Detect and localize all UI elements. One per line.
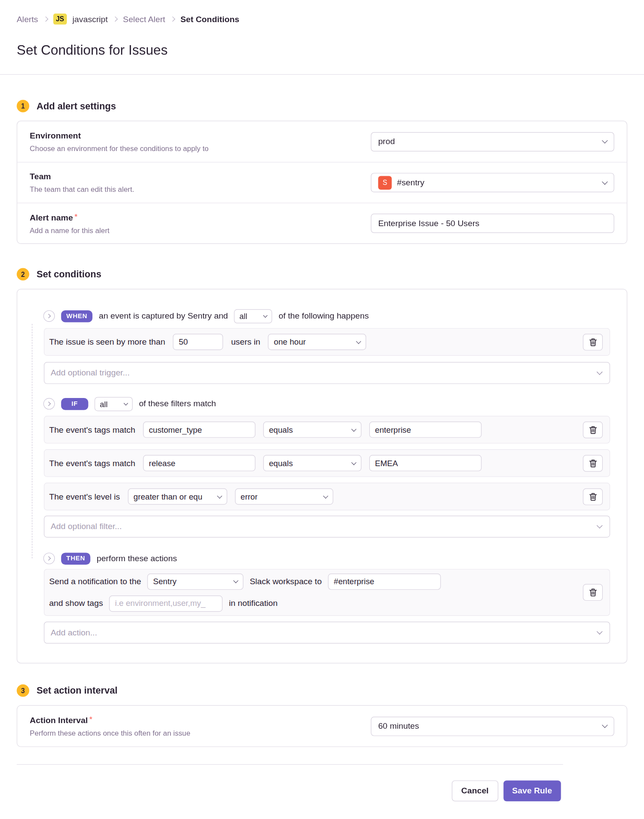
team-label-block: Team The team that can edit this alert.: [30, 172, 135, 193]
environment-label: Environment: [30, 131, 209, 140]
chevron-down-icon: [597, 628, 603, 635]
breadcrumb: Alerts JS javascript Select Alert Set Co…: [0, 0, 644, 25]
chevron-down-icon: [602, 138, 608, 144]
filter-value-input[interactable]: [369, 421, 482, 437]
add-optional-trigger[interactable]: Add optional trigger...: [44, 362, 610, 384]
action-interval-value: 60 minutes: [378, 721, 419, 731]
filter-row-tags-2: The event's tags match equals: [44, 449, 610, 477]
trigger-text-before: The issue is seen by more than: [49, 337, 165, 347]
then-badge: THEN: [61, 553, 90, 565]
if-match-value: all: [100, 399, 108, 408]
step-connector-line: [32, 324, 32, 558]
environment-select[interactable]: prod: [371, 132, 614, 151]
chevron-down-icon: [124, 401, 128, 405]
breadcrumb-current: Set Conditions: [181, 14, 240, 24]
trash-icon: [589, 492, 597, 500]
filter-key-input[interactable]: [143, 455, 256, 471]
trigger-count-input[interactable]: [173, 334, 223, 350]
environment-select-value: prod: [378, 137, 395, 146]
team-select-value: #sentry: [397, 178, 424, 187]
team-select[interactable]: S #sentry: [371, 173, 614, 192]
step-number-badge: 1: [17, 100, 30, 112]
chevron-right-icon: [113, 16, 118, 22]
chevron-down-icon: [602, 722, 608, 728]
chevron-down-icon: [351, 426, 356, 431]
section-title: Add alert settings: [36, 101, 116, 112]
alert-name-input[interactable]: [371, 214, 614, 233]
action-row: Send a notification to the Sentry Slack …: [44, 569, 610, 616]
level-value: error: [240, 492, 257, 501]
add-action[interactable]: Add action...: [44, 622, 610, 644]
chevron-right-circle-icon[interactable]: [43, 310, 55, 322]
channel-input[interactable]: [328, 573, 441, 589]
chevron-down-icon: [602, 178, 608, 184]
breadcrumb-select-alert[interactable]: Select Alert: [123, 14, 165, 24]
chevron-right-circle-icon[interactable]: [43, 398, 55, 409]
when-text-after: of the following happens: [279, 311, 369, 321]
breadcrumb-alerts[interactable]: Alerts: [17, 14, 38, 24]
filter-label: The event's tags match: [49, 458, 135, 468]
filter-key-input[interactable]: [143, 421, 256, 437]
then-header: THEN perform these actions: [34, 551, 610, 566]
when-match-select[interactable]: all: [234, 309, 273, 323]
tags-input[interactable]: [109, 595, 223, 611]
chevron-down-icon: [356, 339, 361, 344]
team-description: The team that can edit this alert.: [30, 185, 135, 193]
delete-filter-button[interactable]: [583, 455, 603, 472]
title-divider: [0, 74, 644, 75]
filter-op-select[interactable]: equals: [263, 421, 361, 437]
trash-icon: [589, 588, 597, 596]
breadcrumb-project[interactable]: javascript: [72, 14, 108, 24]
level-value-select[interactable]: error: [235, 488, 333, 504]
chevron-down-icon: [597, 369, 603, 375]
filter-label: The event's tags match: [49, 425, 135, 434]
delete-filter-button[interactable]: [583, 421, 603, 438]
section-set-action-interval: 3 Set action interval: [17, 684, 628, 697]
filter-op-select[interactable]: equals: [263, 455, 361, 471]
filter-row-tags-1: The event's tags match equals: [44, 416, 610, 444]
level-op-select[interactable]: greater than or equ: [128, 488, 227, 504]
action-text-3: and show tags: [49, 599, 103, 608]
action-interval-select[interactable]: 60 minutes: [371, 717, 614, 736]
environment-label-block: Environment Choose an environment for th…: [30, 131, 209, 152]
alert-name-description: Add a name for this alert: [30, 226, 110, 234]
project-platform-badge: JS: [53, 13, 67, 24]
footer-divider: [17, 764, 563, 765]
if-match-select[interactable]: all: [95, 397, 133, 411]
workspace-select[interactable]: Sentry: [148, 573, 243, 589]
team-row: Team The team that can edit this alert. …: [17, 162, 627, 203]
add-action-placeholder: Add action...: [51, 628, 97, 638]
filter-value-input[interactable]: [369, 455, 482, 471]
chevron-down-icon: [217, 493, 222, 498]
filter-label: The event's level is: [49, 492, 120, 501]
action-interval-label: Action Interval*: [30, 715, 191, 725]
action-text-1: Send a notification to the: [49, 577, 141, 586]
page-title: Set Conditions for Issues: [17, 42, 628, 58]
action-interval-panel: Action Interval* Perform these actions o…: [17, 705, 628, 747]
delete-trigger-button[interactable]: [583, 333, 603, 350]
when-match-value: all: [240, 312, 247, 320]
trigger-interval-select[interactable]: one hour: [268, 334, 366, 350]
add-trigger-placeholder: Add optional trigger...: [51, 368, 130, 378]
cancel-button[interactable]: Cancel: [452, 780, 498, 801]
environment-description: Choose an environment for these conditio…: [30, 144, 209, 152]
page: Alerts JS javascript Select Alert Set Co…: [0, 0, 644, 819]
chevron-down-icon: [263, 313, 268, 318]
chevron-right-icon: [170, 16, 175, 22]
add-optional-filter[interactable]: Add optional filter...: [44, 516, 610, 538]
if-header: IF all of these filters match: [34, 397, 610, 411]
save-rule-button[interactable]: Save Rule: [503, 780, 561, 801]
delete-action-button[interactable]: [583, 584, 603, 601]
filter-op-value: equals: [269, 458, 293, 468]
required-mark: *: [75, 212, 78, 220]
chevron-down-icon: [323, 493, 328, 498]
team-avatar: S: [378, 176, 391, 189]
alert-name-label: Alert name*: [30, 212, 110, 222]
chevron-right-circle-icon[interactable]: [43, 553, 55, 564]
delete-filter-button[interactable]: [583, 488, 603, 505]
environment-row: Environment Choose an environment for th…: [17, 121, 627, 162]
alert-name-label-block: Alert name* Add a name for this alert: [30, 212, 110, 234]
if-text-after: of these filters match: [139, 399, 216, 409]
action-lines: Send a notification to the Sentry Slack …: [49, 573, 441, 612]
trash-icon: [589, 425, 597, 434]
